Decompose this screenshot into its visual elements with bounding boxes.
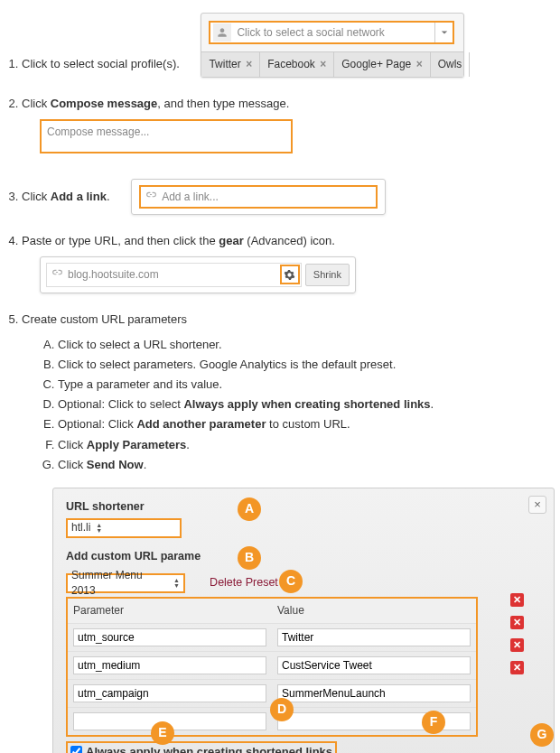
sub-f: Click Apply Parameters. — [58, 437, 560, 453]
always-apply-label: Always apply when creating shortened lin… — [86, 744, 332, 753]
link-box: Add a link... — [131, 179, 386, 215]
link-placeholder: Add a link... — [156, 190, 219, 205]
preset-select[interactable]: Summer Menu 2013 ▲▼ — [66, 573, 185, 593]
url-shortener-label: URL shortener — [66, 499, 541, 516]
delete-row-button[interactable]: ✕ — [510, 593, 524, 607]
updown-icon: ▲▼ — [173, 578, 180, 589]
param-input[interactable] — [73, 684, 266, 702]
link-icon — [145, 189, 156, 205]
compose-message-input[interactable]: Compose message... — [40, 119, 293, 153]
step-1-text: Click to select social profile(s). — [22, 57, 180, 70]
tab-googleplus[interactable]: Google+ Page × — [334, 52, 430, 77]
badge-c: C — [279, 570, 303, 593]
always-apply-input[interactable] — [70, 746, 82, 753]
social-placeholder: Click to select a social network — [231, 25, 434, 41]
col-value: Value — [272, 599, 476, 623]
value-input[interactable] — [277, 684, 471, 702]
badge-g: G — [530, 723, 554, 747]
sub-e: Optional: Click Add another parameter to… — [58, 416, 560, 432]
step-4: Paste or type URL, and then click the ge… — [22, 233, 560, 293]
gear-icon[interactable] — [280, 265, 300, 284]
step-1: Click to select social profile(s). Click… — [22, 5, 560, 78]
always-apply-checkbox[interactable]: Always apply when creating shortened lin… — [66, 741, 337, 753]
param-input[interactable] — [73, 628, 266, 646]
badge-d: D — [270, 698, 294, 721]
url-input[interactable]: blog.hootsuite.com — [46, 263, 302, 286]
url-shortener-select[interactable]: htl.li ▲▼ — [66, 518, 182, 538]
social-network-select[interactable]: Click to select a social network — [209, 21, 454, 44]
table-row — [68, 623, 476, 651]
sub-b: Click to select parameters. Google Analy… — [58, 357, 560, 373]
url-params-panel: × URL shortener htl.li ▲▼ Add custom URL… — [52, 488, 555, 753]
tab-owls[interactable]: Owls — [431, 52, 471, 77]
shortener-value: htl.li — [71, 520, 90, 535]
url-box: blog.hootsuite.com Shrink — [40, 256, 356, 293]
sub-c: Type a parameter and its value. — [58, 376, 560, 393]
close-icon[interactable]: × — [416, 58, 423, 70]
step-5-text: Create custom URL parameters — [22, 312, 187, 326]
delete-row-button[interactable]: ✕ — [510, 638, 524, 652]
sub-g: Click Send Now. — [58, 457, 560, 473]
substeps: Click to select a URL shortener. Click t… — [58, 337, 560, 473]
value-input[interactable] — [277, 656, 471, 674]
delete-row-button[interactable]: ✕ — [510, 616, 524, 629]
close-icon[interactable]: × — [320, 58, 326, 70]
col-parameter: Parameter — [68, 599, 272, 623]
badge-b: B — [238, 546, 261, 570]
table-row — [68, 651, 476, 679]
social-profile-box: Click to select a social network Twitter… — [201, 13, 464, 78]
value-input[interactable] — [277, 628, 471, 646]
step-5: Create custom URL parameters Click to se… — [22, 311, 560, 753]
link-icon — [51, 266, 62, 283]
step-2: Click Compose message, and then type mes… — [22, 96, 560, 153]
add-link-input[interactable]: Add a link... — [139, 185, 378, 209]
badge-e: E — [151, 721, 174, 745]
avatar-icon — [213, 23, 231, 42]
shrink-button[interactable]: Shrink — [305, 264, 350, 286]
profile-tabs: Twitter × Facebook × Google+ Page × Owls — [201, 51, 463, 77]
params-label: Add custom URL parame — [66, 549, 201, 565]
tab-facebook[interactable]: Facebook × — [260, 52, 334, 77]
sub-d: Optional: Click to select Always apply w… — [58, 396, 560, 413]
url-value: blog.hootsuite.com — [62, 267, 159, 283]
delete-row-button[interactable]: ✕ — [510, 661, 524, 674]
delete-preset-link[interactable]: Delete Preset — [210, 575, 278, 591]
param-input[interactable] — [73, 656, 266, 674]
close-icon[interactable]: × — [246, 58, 252, 70]
badge-f: F — [422, 711, 445, 734]
updown-icon: ▲▼ — [96, 523, 102, 534]
sub-a: Click to select a URL shortener. — [58, 337, 560, 353]
preset-value: Summer Menu 2013 — [71, 568, 168, 599]
step-3: Click Add a link. Add a link... — [22, 172, 560, 215]
delete-buttons: ✕ ✕ ✕ ✕ — [505, 593, 524, 674]
badge-a: A — [238, 497, 261, 521]
tab-twitter[interactable]: Twitter × — [201, 52, 260, 77]
chevron-down-icon[interactable] — [434, 23, 453, 42]
close-icon[interactable]: × — [528, 496, 546, 514]
